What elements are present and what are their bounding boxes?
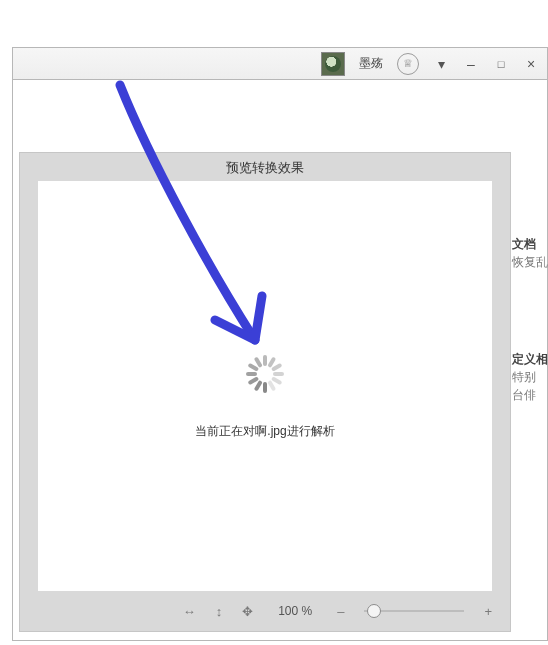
- user-avatar[interactable]: [321, 52, 345, 76]
- dropdown-icon[interactable]: ▾: [433, 56, 449, 72]
- loading-spinner-icon: [245, 354, 285, 394]
- zoom-out-button[interactable]: –: [337, 604, 344, 619]
- window-client-area: 预览转换效果 当前正在对啊.jpg进行解析 ↔ ↕ ✥ 100 % –: [12, 79, 548, 641]
- side-fragment-2: 定义相 特别 台俳: [512, 350, 548, 404]
- preview-toolbar: ↔ ↕ ✥ 100 % – +: [38, 597, 492, 625]
- crown-icon[interactable]: ♕: [397, 53, 419, 75]
- username-label: 墨殇: [359, 55, 383, 72]
- loading-status-text: 当前正在对啊.jpg进行解析: [38, 423, 492, 440]
- pan-horizontal-button[interactable]: ↔: [183, 604, 196, 619]
- move-tool-button[interactable]: ✥: [242, 604, 253, 619]
- maximize-button[interactable]: □: [493, 58, 509, 70]
- preview-panel: 预览转换效果 当前正在对啊.jpg进行解析 ↔ ↕ ✥ 100 % –: [19, 152, 511, 632]
- side-fragment-1: 文档 恢复乱: [512, 235, 548, 271]
- pan-vertical-button[interactable]: ↕: [216, 604, 223, 619]
- zoom-level-text: 100 %: [273, 604, 317, 618]
- preview-canvas: 当前正在对啊.jpg进行解析: [38, 181, 492, 591]
- zoom-in-button[interactable]: +: [484, 604, 492, 619]
- window-titlebar: 墨殇 ♕ ▾ – □ ×: [12, 47, 548, 79]
- zoom-slider[interactable]: [364, 604, 464, 618]
- minimize-button[interactable]: –: [463, 56, 479, 72]
- close-button[interactable]: ×: [523, 56, 539, 72]
